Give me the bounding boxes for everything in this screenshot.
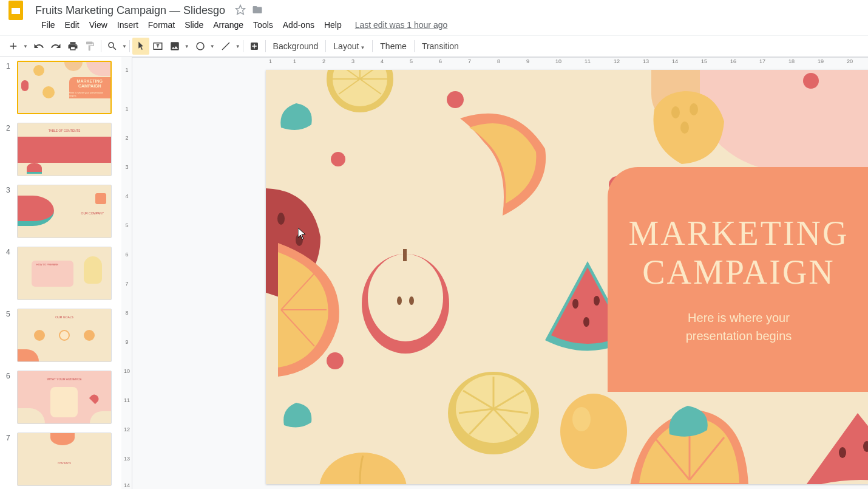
comment-button[interactable]	[246, 38, 263, 55]
slide-thumbnail-7[interactable]: 7 CONTENTS	[6, 433, 121, 486]
svg-point-41	[560, 394, 627, 469]
print-button[interactable]	[64, 38, 81, 55]
svg-marker-2	[236, 5, 245, 14]
thumb-subtitle: Here is where your presentation begins	[69, 91, 110, 97]
slide-title: MARKETINGCAMPAIGN	[629, 214, 849, 292]
thumb-title: CONTENTS	[18, 462, 111, 465]
slide-thumbnail-6[interactable]: 6 WHAT YOUR AUDIENCE	[6, 371, 121, 424]
leaf-icon	[278, 398, 320, 434]
layout-button[interactable]: Layout▼	[328, 39, 370, 53]
lemon-icon	[554, 386, 633, 471]
star-icon[interactable]	[235, 4, 246, 17]
lemon-half-icon	[442, 355, 545, 459]
transition-button[interactable]: Transition	[417, 39, 464, 53]
watermelon-wedge-icon	[800, 410, 868, 484]
image-tool[interactable]	[166, 38, 183, 55]
paint-format-button[interactable]	[81, 38, 98, 55]
menu-arrange[interactable]: Arrange	[208, 18, 248, 32]
line-tool[interactable]	[217, 38, 234, 55]
document-title[interactable]: Fruits Marketing Campaign — Slidesgo	[32, 4, 229, 17]
undo-button[interactable]	[30, 38, 47, 55]
menu-file[interactable]: File	[36, 18, 60, 32]
svg-point-6	[197, 43, 204, 50]
svg-point-45	[690, 103, 698, 115]
thumb-title: TABLE OF CONTENTS	[18, 129, 111, 132]
svg-rect-1	[12, 8, 20, 14]
main-area: 1 MARKETING CAMPAIGN Here is where your …	[0, 57, 868, 489]
menu-slide[interactable]: Slide	[180, 18, 208, 32]
orange-slice-icon	[278, 243, 351, 383]
chevron-down-icon[interactable]: ▼	[236, 44, 240, 49]
slides-app-icon[interactable]	[5, 0, 27, 21]
textbox-tool[interactable]	[149, 38, 166, 55]
svg-point-28	[583, 317, 589, 327]
svg-point-22	[368, 254, 443, 341]
menu-edit[interactable]: Edit	[60, 18, 84, 32]
svg-point-44	[671, 106, 680, 118]
thumb-title: OUR COMPANY	[81, 211, 104, 215]
slide-filmstrip[interactable]: 1 MARKETING CAMPAIGN Here is where your …	[0, 57, 121, 489]
select-tool[interactable]	[132, 38, 149, 55]
thumb-title: MARKETING CAMPAIGN	[69, 79, 110, 89]
canvas-area: 1 1 2 3 4 5 6 7 8 9 10 11 12 13 14 15 16…	[132, 57, 868, 489]
cherry-icon	[331, 152, 345, 166]
menu-tools[interactable]: Tools	[248, 18, 278, 32]
zoom-button[interactable]	[104, 38, 121, 55]
menu-format[interactable]: Format	[143, 18, 180, 32]
menu-view[interactable]: View	[84, 18, 112, 32]
menu-help[interactable]: Help	[319, 18, 347, 32]
chevron-down-icon[interactable]: ▼	[210, 44, 215, 49]
cherry-icon	[803, 73, 819, 89]
svg-point-42	[572, 407, 591, 431]
slide-thumbnail-4[interactable]: 4 HOW TO PREPARE	[6, 247, 121, 300]
svg-point-50	[839, 447, 846, 458]
svg-point-27	[594, 296, 600, 306]
theme-button[interactable]: Theme	[375, 39, 412, 53]
thumb-title: OUR GOALS	[18, 315, 111, 319]
menu-addons[interactable]: Add-ons	[278, 18, 319, 32]
peach-slice-icon	[448, 106, 557, 228]
title-bar: Fruits Marketing Campaign — Slidesgo	[0, 0, 868, 17]
redo-button[interactable]	[47, 38, 64, 55]
slide-subtitle: Here is where yourpresentation begins	[686, 309, 792, 345]
lemon-half-icon	[320, 70, 399, 131]
slide-thumbnail-1[interactable]: 1 MARKETING CAMPAIGN Here is where your …	[6, 61, 121, 114]
toolbar: ▼ ▼ ▼ ▼ ▼ Background Layout▼ Theme Trans…	[0, 35, 868, 57]
peach-icon	[642, 85, 733, 170]
title-box[interactable]: MARKETINGCAMPAIGN Here is where yourpres…	[608, 167, 868, 392]
background-button[interactable]: Background	[268, 39, 324, 53]
svg-point-46	[680, 121, 689, 134]
chevron-down-icon[interactable]: ▼	[185, 44, 189, 49]
svg-point-26	[572, 299, 578, 309]
canvas-scroll[interactable]: MARKETINGCAMPAIGN Here is where yourpres…	[132, 58, 868, 489]
vertical-ruler: 1 1 2 3 4 5 6 7 8 9 10 11 12 13 14	[121, 57, 132, 489]
svg-point-23	[397, 296, 402, 305]
apple-half-icon	[357, 240, 454, 361]
slide-thumbnail-5[interactable]: 5 OUR GOALS	[6, 309, 121, 362]
chevron-down-icon[interactable]: ▼	[122, 44, 127, 49]
menu-insert[interactable]: Insert	[112, 18, 143, 32]
cherry-icon	[447, 91, 464, 108]
last-edit-link[interactable]: Last edit was 1 hour ago	[355, 20, 448, 30]
slide-thumbnail-3[interactable]: 3 OUR COMPANY	[6, 185, 121, 238]
folder-icon[interactable]	[252, 4, 263, 17]
svg-point-24	[409, 296, 414, 305]
shape-tool[interactable]	[192, 38, 209, 55]
chevron-down-icon[interactable]: ▼	[23, 44, 28, 49]
new-slide-button[interactable]	[5, 38, 22, 55]
menu-bar: File Edit View Insert Format Slide Arran…	[0, 17, 868, 35]
slide-thumbnail-2[interactable]: 2 TABLE OF CONTENTS	[6, 123, 121, 176]
peach-icon	[314, 446, 412, 484]
leaf-icon	[275, 97, 324, 140]
thumb-title: HOW TO PREPARE	[36, 263, 58, 266]
thumb-title: WHAT YOUR AUDIENCE	[18, 377, 111, 381]
svg-rect-25	[403, 249, 407, 261]
leaf-icon	[663, 401, 718, 443]
svg-line-7	[222, 43, 229, 50]
svg-point-18	[277, 213, 285, 225]
slide-canvas[interactable]: MARKETINGCAMPAIGN Here is where yourpres…	[266, 70, 868, 484]
